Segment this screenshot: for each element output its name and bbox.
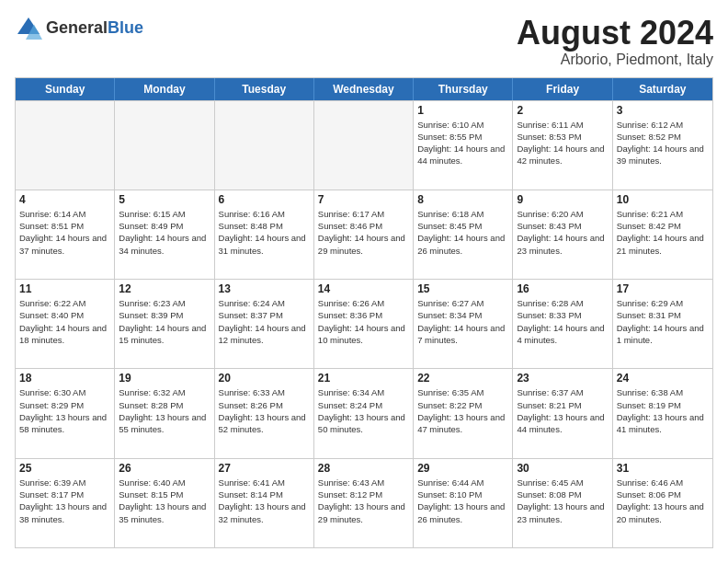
cal-cell — [115, 101, 214, 190]
day-number: 11 — [19, 282, 110, 295]
sun-info: Sunrise: 6:24 AM Sunset: 8:37 PM Dayligh… — [219, 297, 310, 346]
day-number: 29 — [417, 462, 508, 475]
cal-row-4: 25Sunrise: 6:39 AM Sunset: 8:17 PM Dayli… — [16, 458, 712, 547]
sun-info: Sunrise: 6:46 AM Sunset: 8:06 PM Dayligh… — [617, 477, 709, 525]
cal-cell: 3Sunrise: 6:12 AM Sunset: 8:52 PM Daylig… — [613, 101, 712, 190]
cal-row-1: 4Sunrise: 6:14 AM Sunset: 8:51 PM Daylig… — [16, 190, 712, 279]
cal-cell: 17Sunrise: 6:29 AM Sunset: 8:31 PM Dayli… — [613, 280, 712, 368]
cal-cell: 21Sunrise: 6:34 AM Sunset: 8:24 PM Dayli… — [314, 369, 414, 457]
cal-cell: 28Sunrise: 6:43 AM Sunset: 8:12 PM Dayli… — [314, 459, 414, 547]
sun-info: Sunrise: 6:43 AM Sunset: 8:12 PM Dayligh… — [318, 477, 409, 525]
day-header-wednesday: Wednesday — [314, 78, 414, 100]
day-number: 8 — [417, 193, 508, 206]
day-number: 1 — [417, 104, 508, 117]
sun-info: Sunrise: 6:30 AM Sunset: 8:29 PM Dayligh… — [19, 386, 110, 435]
title-block: August 2024 Arborio, Piedmont, Italy — [517, 15, 713, 68]
header: GeneralBlue August 2024 Arborio, Piedmon… — [15, 15, 713, 68]
location: Arborio, Piedmont, Italy — [517, 52, 713, 68]
day-number: 17 — [617, 282, 709, 295]
day-number: 5 — [119, 193, 210, 206]
cal-cell: 9Sunrise: 6:20 AM Sunset: 8:43 PM Daylig… — [513, 190, 612, 279]
day-number: 20 — [219, 372, 310, 385]
cal-cell — [215, 101, 314, 190]
sun-info: Sunrise: 6:45 AM Sunset: 8:08 PM Dayligh… — [517, 477, 608, 525]
month-year: August 2024 — [517, 15, 713, 52]
sun-info: Sunrise: 6:37 AM Sunset: 8:21 PM Dayligh… — [517, 386, 608, 435]
sun-info: Sunrise: 6:16 AM Sunset: 8:48 PM Dayligh… — [219, 208, 310, 257]
sun-info: Sunrise: 6:10 AM Sunset: 8:55 PM Dayligh… — [417, 119, 508, 167]
logo: GeneralBlue — [15, 15, 143, 42]
day-header-friday: Friday — [513, 78, 612, 100]
cal-cell: 31Sunrise: 6:46 AM Sunset: 8:06 PM Dayli… — [613, 459, 712, 547]
day-header-saturday: Saturday — [613, 78, 712, 100]
day-number: 25 — [19, 462, 110, 475]
calendar: SundayMondayTuesdayWednesdayThursdayFrid… — [15, 77, 713, 548]
cal-cell: 15Sunrise: 6:27 AM Sunset: 8:34 PM Dayli… — [414, 280, 513, 368]
sun-info: Sunrise: 6:32 AM Sunset: 8:28 PM Dayligh… — [119, 386, 210, 435]
day-number: 31 — [617, 462, 709, 475]
cal-cell: 24Sunrise: 6:38 AM Sunset: 8:19 PM Dayli… — [613, 369, 712, 457]
logo-text: GeneralBlue — [46, 19, 143, 38]
sun-info: Sunrise: 6:40 AM Sunset: 8:15 PM Dayligh… — [119, 477, 210, 525]
day-number: 16 — [517, 282, 608, 295]
logo-icon — [15, 15, 42, 42]
calendar-header: SundayMondayTuesdayWednesdayThursdayFrid… — [16, 78, 712, 100]
cal-cell: 11Sunrise: 6:22 AM Sunset: 8:40 PM Dayli… — [16, 280, 115, 368]
cal-cell: 20Sunrise: 6:33 AM Sunset: 8:26 PM Dayli… — [215, 369, 314, 457]
day-number: 10 — [617, 193, 709, 206]
day-number: 3 — [617, 104, 709, 117]
day-number: 30 — [517, 462, 608, 475]
cal-cell — [16, 101, 115, 190]
day-number: 26 — [119, 462, 210, 475]
cal-cell: 25Sunrise: 6:39 AM Sunset: 8:17 PM Dayli… — [16, 459, 115, 547]
sun-info: Sunrise: 6:12 AM Sunset: 8:52 PM Dayligh… — [617, 119, 709, 167]
day-header-monday: Monday — [115, 78, 214, 100]
cal-cell: 30Sunrise: 6:45 AM Sunset: 8:08 PM Dayli… — [513, 459, 612, 547]
day-number: 13 — [219, 282, 310, 295]
cal-cell: 18Sunrise: 6:30 AM Sunset: 8:29 PM Dayli… — [16, 369, 115, 457]
day-number: 24 — [617, 372, 709, 385]
sun-info: Sunrise: 6:23 AM Sunset: 8:39 PM Dayligh… — [119, 297, 210, 346]
cal-cell: 29Sunrise: 6:44 AM Sunset: 8:10 PM Dayli… — [414, 459, 513, 547]
sun-info: Sunrise: 6:39 AM Sunset: 8:17 PM Dayligh… — [19, 477, 110, 525]
day-number: 14 — [318, 282, 409, 295]
cal-cell: 13Sunrise: 6:24 AM Sunset: 8:37 PM Dayli… — [215, 280, 314, 368]
sun-info: Sunrise: 6:44 AM Sunset: 8:10 PM Dayligh… — [417, 477, 508, 525]
day-number: 12 — [119, 282, 210, 295]
sun-info: Sunrise: 6:41 AM Sunset: 8:14 PM Dayligh… — [219, 477, 310, 525]
cal-cell: 10Sunrise: 6:21 AM Sunset: 8:42 PM Dayli… — [613, 190, 712, 279]
cal-cell: 1Sunrise: 6:10 AM Sunset: 8:55 PM Daylig… — [414, 101, 513, 190]
day-number: 27 — [219, 462, 310, 475]
day-number: 21 — [318, 372, 409, 385]
cal-cell: 27Sunrise: 6:41 AM Sunset: 8:14 PM Dayli… — [215, 459, 314, 547]
cal-cell: 19Sunrise: 6:32 AM Sunset: 8:28 PM Dayli… — [115, 369, 214, 457]
sun-info: Sunrise: 6:21 AM Sunset: 8:42 PM Dayligh… — [617, 208, 709, 257]
cal-cell: 22Sunrise: 6:35 AM Sunset: 8:22 PM Dayli… — [414, 369, 513, 457]
day-number: 19 — [119, 372, 210, 385]
logo-general: General — [46, 18, 108, 37]
sun-info: Sunrise: 6:35 AM Sunset: 8:22 PM Dayligh… — [417, 386, 508, 435]
sun-info: Sunrise: 6:27 AM Sunset: 8:34 PM Dayligh… — [417, 297, 508, 346]
cal-cell: 16Sunrise: 6:28 AM Sunset: 8:33 PM Dayli… — [513, 280, 612, 368]
day-number: 15 — [417, 282, 508, 295]
sun-info: Sunrise: 6:14 AM Sunset: 8:51 PM Dayligh… — [19, 208, 110, 257]
day-header-sunday: Sunday — [16, 78, 115, 100]
sun-info: Sunrise: 6:34 AM Sunset: 8:24 PM Dayligh… — [318, 386, 409, 435]
cal-cell: 6Sunrise: 6:16 AM Sunset: 8:48 PM Daylig… — [215, 190, 314, 279]
sun-info: Sunrise: 6:15 AM Sunset: 8:49 PM Dayligh… — [119, 208, 210, 257]
day-number: 4 — [19, 193, 110, 206]
sun-info: Sunrise: 6:38 AM Sunset: 8:19 PM Dayligh… — [617, 386, 709, 435]
logo-blue: Blue — [108, 18, 143, 37]
page: GeneralBlue August 2024 Arborio, Piedmon… — [0, 0, 728, 563]
sun-info: Sunrise: 6:22 AM Sunset: 8:40 PM Dayligh… — [19, 297, 110, 346]
sun-info: Sunrise: 6:28 AM Sunset: 8:33 PM Dayligh… — [517, 297, 608, 346]
cal-row-3: 18Sunrise: 6:30 AM Sunset: 8:29 PM Dayli… — [16, 368, 712, 457]
cal-row-2: 11Sunrise: 6:22 AM Sunset: 8:40 PM Dayli… — [16, 279, 712, 368]
day-number: 23 — [517, 372, 608, 385]
cal-cell: 5Sunrise: 6:15 AM Sunset: 8:49 PM Daylig… — [115, 190, 214, 279]
day-header-thursday: Thursday — [414, 78, 513, 100]
sun-info: Sunrise: 6:11 AM Sunset: 8:53 PM Dayligh… — [517, 119, 608, 167]
sun-info: Sunrise: 6:20 AM Sunset: 8:43 PM Dayligh… — [517, 208, 608, 257]
sun-info: Sunrise: 6:18 AM Sunset: 8:45 PM Dayligh… — [417, 208, 508, 257]
day-number: 22 — [417, 372, 508, 385]
